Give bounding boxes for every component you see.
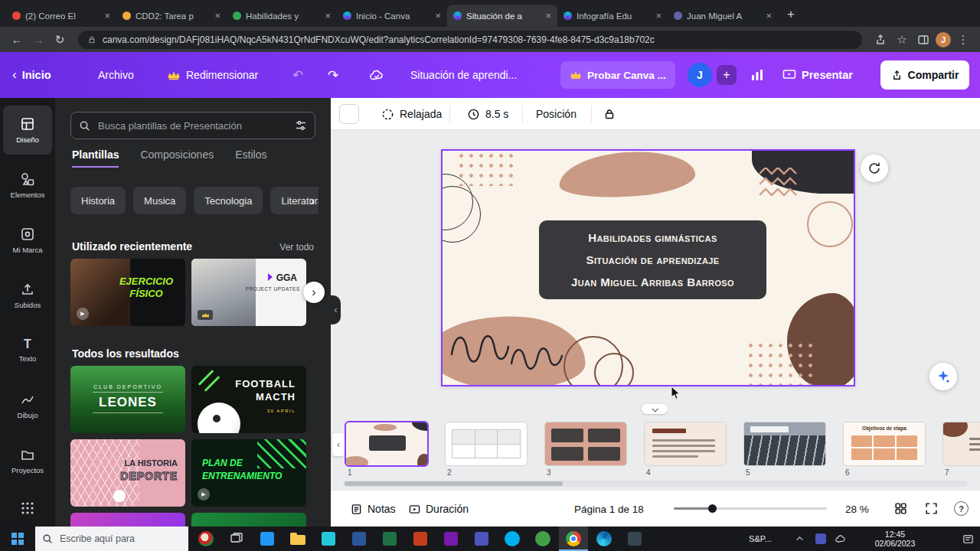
recent-template-gga[interactable]: GGA PROJECT UPDATES	[191, 259, 306, 326]
shuffle-style-button[interactable]	[861, 155, 888, 182]
side-panel-icon[interactable]	[914, 34, 933, 46]
animate-button[interactable]: Relajada	[381, 98, 442, 130]
template-search[interactable]	[70, 112, 315, 139]
page-thumbnail-4[interactable]	[645, 422, 726, 465]
photos-icon[interactable]	[314, 527, 343, 551]
chip-tecnologia[interactable]: Tecnologia	[194, 187, 263, 214]
home-button[interactable]: ‹ Inicio	[12, 52, 51, 98]
chip-historia[interactable]: Historia	[70, 187, 126, 214]
app-icon[interactable]	[498, 527, 527, 551]
rail-item-text[interactable]: T Texto	[3, 326, 52, 375]
tab-templates[interactable]: Plantillas	[72, 148, 119, 168]
tab-close-icon[interactable]: ×	[545, 11, 551, 21]
position-button[interactable]: Posición	[536, 98, 577, 130]
page-thumbnail-7[interactable]	[943, 422, 980, 465]
taskbar-search[interactable]	[35, 527, 188, 551]
new-tab-button[interactable]: +	[781, 5, 801, 24]
excel-icon[interactable]	[375, 527, 404, 551]
rail-item-design[interactable]: Diseño	[3, 106, 52, 155]
browser-tab-canva-home[interactable]: Inicio - Canva ×	[337, 5, 447, 27]
browser-tab-cdd2[interactable]: CDD2: Tarea p ×	[116, 5, 227, 27]
browser-profile-avatar[interactable]: J	[936, 32, 951, 47]
chips-next-icon[interactable]: ›	[303, 191, 322, 210]
template-leones[interactable]: CLUB DEPORTIVO LEONES	[70, 366, 185, 433]
chrome-icon[interactable]	[559, 527, 588, 551]
tab-compositions[interactable]: Composiciones	[140, 148, 214, 168]
tab-close-icon[interactable]: ×	[214, 11, 220, 21]
slider-knob[interactable]	[708, 504, 717, 513]
redo-icon[interactable]: ↷	[328, 52, 338, 98]
filmstrip-scroll-left[interactable]: ‹	[332, 433, 345, 456]
grid-view-icon[interactable]	[894, 502, 907, 515]
back-icon[interactable]: ←	[8, 33, 26, 46]
app-icon[interactable]	[620, 527, 649, 551]
magic-assistant-button[interactable]	[929, 363, 957, 390]
page-thumbnail-2[interactable]	[446, 422, 527, 465]
insights-icon[interactable]	[750, 52, 764, 98]
template-partial[interactable]	[70, 513, 185, 527]
taskbar-search-input[interactable]	[58, 533, 173, 545]
taskbar-clock[interactable]: 12:45 02/06/2023	[862, 527, 928, 551]
rail-item-uploads[interactable]: Subidos	[3, 271, 52, 320]
task-view-icon[interactable]	[222, 527, 251, 551]
onenote-icon[interactable]	[436, 527, 466, 551]
account-avatar[interactable]: J	[688, 63, 712, 87]
reload-icon[interactable]: ↻	[51, 33, 69, 47]
recent-template-ejercicio[interactable]: EJERCICIO FÍSICO ▶	[70, 259, 185, 326]
template-football[interactable]: FOOTBALL MACTH 30 APRIL	[191, 366, 306, 433]
duration-button[interactable]: 8.5 s	[467, 98, 508, 130]
panel-collapse-handle[interactable]: ‹	[331, 295, 341, 324]
word-icon[interactable]	[345, 527, 374, 551]
outlook-icon[interactable]	[253, 527, 282, 551]
tab-close-icon[interactable]: ×	[766, 11, 772, 21]
rail-item-brand[interactable]: Mi Marca	[3, 216, 52, 265]
action-center-icon[interactable]	[956, 527, 980, 551]
rail-item-apps[interactable]	[3, 493, 52, 523]
tray-onedrive-icon[interactable]	[831, 527, 850, 551]
tray-teams-icon[interactable]	[812, 527, 830, 551]
page-thumbnail-1[interactable]	[346, 422, 427, 465]
template-partial[interactable]	[191, 513, 306, 527]
chip-musica[interactable]: Musica	[133, 187, 186, 214]
browser-tab-mail[interactable]: (2) Correo El ×	[6, 5, 116, 27]
try-pro-button[interactable]: Probar Canva ...	[560, 61, 675, 89]
news-interests-icon[interactable]	[193, 527, 219, 551]
share-button[interactable]: Compartir	[880, 60, 969, 90]
forward-icon[interactable]: →	[29, 33, 47, 46]
filmstrip-collapse-button[interactable]	[642, 404, 668, 414]
tab-close-icon[interactable]: ×	[104, 11, 110, 21]
page-indicator[interactable]: Página 1 de 18	[574, 491, 644, 527]
tab-close-icon[interactable]: ×	[435, 11, 441, 21]
tab-styles[interactable]: Estilos	[235, 148, 266, 168]
template-historia-deporte[interactable]: LA HISTORIA DEPORTE	[70, 439, 185, 507]
browser-menu-icon[interactable]: ⋮	[954, 33, 972, 47]
horizontal-scrollbar[interactable]	[343, 481, 968, 487]
help-button[interactable]: ?	[954, 501, 969, 516]
see-all-link[interactable]: Ver todo	[279, 242, 314, 253]
tab-close-icon[interactable]: ×	[325, 11, 331, 21]
share-page-icon[interactable]	[871, 34, 890, 46]
scrollbar-thumb[interactable]	[345, 481, 563, 486]
design-title[interactable]: Situación de aprendi...	[410, 52, 517, 98]
recent-next-icon[interactable]: ›	[303, 282, 325, 303]
file-menu-button[interactable]: Archivo	[98, 52, 134, 98]
template-plan-entrenamiento[interactable]: PLAN DE ENTRENAMIENTO ▶	[191, 439, 306, 507]
zoom-value[interactable]: 28 %	[845, 491, 869, 527]
address-bar[interactable]: canva.com/design/DAFj081iHAQ/NqcA5kN431Q…	[78, 31, 862, 49]
lock-button[interactable]	[603, 98, 616, 130]
present-button[interactable]: Presentar	[782, 52, 853, 98]
browser-tab-active-design[interactable]: Situación de a ×	[447, 5, 557, 27]
teams-icon[interactable]	[467, 527, 496, 551]
tray-expand-icon[interactable]	[793, 527, 808, 551]
undo-icon[interactable]: ↶	[292, 52, 303, 98]
start-button[interactable]	[0, 527, 35, 551]
page-thumbnail-6[interactable]: Objetivos de etapa	[844, 422, 925, 465]
slide-title-box[interactable]: Habilidades gimnásticas Situación de apr…	[539, 220, 766, 299]
file-explorer-icon[interactable]	[283, 527, 312, 551]
stock-ticker[interactable]: S&P...	[733, 527, 787, 551]
slide-page-1[interactable]: Habilidades gimnásticas Situación de apr…	[441, 149, 855, 386]
search-input[interactable]	[96, 119, 289, 132]
resize-button[interactable]: Redimensionar	[167, 52, 258, 98]
background-color-button[interactable]	[339, 98, 359, 130]
notes-button[interactable]: Notas	[351, 491, 396, 527]
